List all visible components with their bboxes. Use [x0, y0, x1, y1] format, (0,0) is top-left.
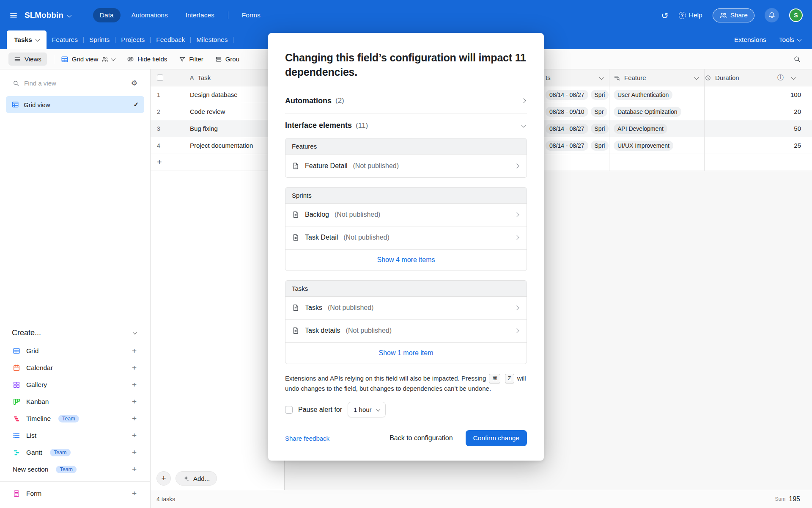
find-view-input[interactable] — [24, 80, 126, 87]
row-number[interactable]: 4 — [151, 137, 187, 154]
pause-duration-select[interactable]: 1 hour — [348, 402, 386, 417]
sprint-chip: 08/14 - 08/27 — [546, 141, 588, 151]
sprints-cell[interactable]: 08/28 - 09/10 Spr — [542, 103, 609, 120]
plus-icon[interactable]: + — [132, 431, 137, 440]
nav-tab-automations[interactable]: Automations — [125, 8, 175, 22]
pause-alert-checkbox[interactable] — [285, 406, 293, 414]
chevron-down-icon — [791, 75, 796, 79]
tools-button[interactable]: Tools — [779, 36, 801, 44]
plus-icon[interactable]: + — [132, 448, 137, 457]
document-icon — [292, 162, 299, 170]
feature-cell[interactable]: Database Optimization — [609, 103, 704, 120]
feature-chip: UI/UX Improvement — [614, 141, 673, 151]
create-section-header[interactable]: Create... — [0, 323, 150, 342]
nav-tab-data[interactable]: Data — [93, 8, 121, 22]
sprints-cell[interactable]: 08/14 - 08/27 Spri — [542, 120, 609, 137]
feature-cell[interactable]: API Development — [609, 120, 704, 137]
table-tab-feedback[interactable]: Feedback — [151, 30, 190, 49]
create-item-gallery[interactable]: Gallery + — [0, 376, 150, 393]
workspace-name[interactable]: SLMobbin — [25, 11, 63, 20]
nav-tab-interfaces[interactable]: Interfaces — [179, 8, 221, 22]
history-icon[interactable]: ↺ — [661, 11, 669, 20]
row-number[interactable]: 1 — [151, 86, 187, 103]
plus-icon[interactable]: + — [132, 346, 137, 356]
menu-icon[interactable] — [9, 11, 18, 19]
create-item-grid[interactable]: Grid + — [0, 342, 150, 359]
share-feedback-link[interactable]: Share feedback — [285, 435, 329, 442]
add-record-button[interactable]: + — [156, 471, 171, 486]
table-tab-sprints[interactable]: Sprints — [84, 30, 115, 49]
plus-icon[interactable]: + — [132, 363, 137, 373]
create-item-gantt[interactable]: Gantt Team + — [0, 444, 150, 461]
grid-view-switcher[interactable]: Grid view — [61, 55, 115, 63]
plus-icon[interactable]: + — [132, 414, 137, 423]
create-item-list[interactable]: List + — [0, 427, 150, 444]
search-icon[interactable] — [793, 55, 801, 63]
notifications-button[interactable] — [765, 8, 779, 22]
filter-button[interactable]: Filter — [179, 55, 203, 63]
table-tab-milestones[interactable]: Milestones — [191, 30, 233, 49]
select-all-checkbox[interactable] — [157, 75, 163, 81]
dependency-item[interactable]: Tasks (Not published) — [285, 297, 527, 320]
duration-cell[interactable]: 100 — [704, 86, 812, 103]
create-item-kanban[interactable]: Kanban + — [0, 393, 150, 410]
avatar[interactable]: S — [789, 8, 803, 22]
show-more-link[interactable]: Show 4 more items — [285, 249, 527, 271]
create-item-form[interactable]: Form + — [0, 485, 150, 502]
sprint-chip: Spri — [591, 141, 609, 151]
duration-cell[interactable]: 25 — [704, 137, 812, 154]
dependency-item[interactable]: Task details (Not published) — [285, 320, 527, 342]
lookup-field-icon — [614, 75, 620, 81]
dependency-item[interactable]: Backlog (Not published) — [285, 204, 527, 226]
toolbar-divider — [54, 55, 54, 64]
nav-tab-forms[interactable]: Forms — [235, 8, 267, 22]
sidebar-view-grid-view[interactable]: Grid view ✓ — [6, 96, 144, 113]
plus-icon[interactable]: + — [132, 380, 137, 389]
plus-icon[interactable]: + — [132, 489, 137, 498]
create-item-calendar[interactable]: Calendar + — [0, 359, 150, 376]
group-button[interactable]: Grou — [215, 55, 239, 63]
chevron-down-icon — [694, 75, 699, 79]
row-number[interactable]: 2 — [151, 103, 187, 120]
info-icon[interactable]: ⓘ — [777, 74, 784, 82]
add-row-plus[interactable]: + — [151, 154, 187, 171]
hide-fields-button[interactable]: Hide fields — [127, 55, 167, 63]
table-tab-projects[interactable]: Projects — [115, 30, 150, 49]
views-button[interactable]: Views — [8, 52, 47, 66]
duration-column-header[interactable]: Duration ⓘ — [704, 69, 812, 86]
sprint-chip: 08/14 - 08/27 — [546, 90, 588, 100]
dependency-item[interactable]: Feature Detail (Not published) — [285, 155, 527, 177]
table-tab-tasks[interactable]: Tasks — [7, 30, 47, 49]
create-item-timeline[interactable]: Timeline Team + — [0, 410, 150, 427]
interface-elements-section-toggle[interactable]: Interface elements (11) — [285, 113, 527, 138]
feature-cell[interactable]: User Authentication — [609, 86, 704, 103]
find-view-row: ⚙ — [8, 76, 143, 90]
sprints-cell[interactable]: 08/14 - 08/27 Spri — [542, 137, 609, 154]
chevron-down-icon[interactable] — [67, 13, 71, 17]
dependency-item[interactable]: Task Detail (Not published) — [285, 226, 527, 249]
share-button[interactable]: Share — [713, 8, 754, 22]
pause-alert-row: Pause alert for 1 hour — [285, 402, 527, 417]
duration-cell[interactable]: 20 — [704, 103, 812, 120]
table-tab-features[interactable]: Features — [47, 30, 83, 49]
extensions-button[interactable]: Extensions — [734, 36, 766, 44]
confirm-change-button[interactable]: Confirm change — [466, 430, 527, 446]
automations-section-toggle[interactable]: Automations (2) — [285, 89, 527, 113]
sidebar-spacer — [0, 113, 150, 320]
dependency-group-sprints: Sprints Backlog (Not published) Task Det… — [285, 187, 527, 271]
feature-cell[interactable]: UI/UX Improvement — [609, 137, 704, 154]
plus-icon[interactable]: + — [132, 397, 137, 406]
feature-chip: API Development — [614, 124, 667, 134]
back-to-configuration-button[interactable]: Back to configuration — [384, 431, 458, 446]
add-with-ai-button[interactable]: Add... — [176, 471, 217, 486]
feature-column-header[interactable]: Feature — [609, 69, 704, 86]
sprints-cell[interactable]: 08/14 - 08/27 Spri — [542, 86, 609, 103]
duration-cell[interactable]: 50 — [704, 120, 812, 137]
gear-icon[interactable]: ⚙ — [131, 79, 137, 88]
row-number[interactable]: 3 — [151, 120, 187, 137]
show-more-link[interactable]: Show 1 more item — [285, 342, 527, 364]
sprints-column-header[interactable]: ts — [542, 69, 609, 86]
plus-icon[interactable]: + — [132, 465, 137, 474]
create-item-new-section[interactable]: New section Team + — [0, 461, 150, 478]
help-button[interactable]: ? Help — [679, 11, 702, 19]
